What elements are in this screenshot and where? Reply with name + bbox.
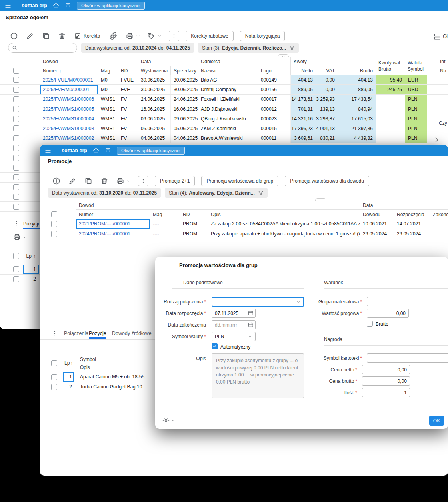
row-checkbox[interactable]: [13, 126, 19, 131]
doc-number-link[interactable]: 2025/FV/WMS1/000005: [43, 106, 94, 112]
duplicate-icon[interactable]: [42, 32, 50, 40]
table-row[interactable]: 2025/FVE/M0/000001 M0 FVE 30.06.2025 30.…: [0, 85, 448, 94]
search-input[interactable]: [20, 45, 73, 51]
cell-numer[interactable]: 2025/FV/WMS1/000006: [40, 95, 98, 104]
home-icon[interactable]: [93, 147, 99, 154]
column-header-opis[interactable]: Opis: [208, 210, 360, 219]
doc-number-link[interactable]: 2025/FV/WMS1/000002: [43, 135, 94, 141]
row-checkbox[interactable]: [51, 221, 57, 227]
duplicate-icon[interactable]: [84, 177, 92, 185]
row-checkbox[interactable]: [51, 374, 57, 380]
cell-numer[interactable]: 2025/FV/WMS1/000003: [40, 124, 98, 133]
column-header-waluta[interactable]: Waluta Symbol: [405, 57, 427, 75]
more-actions-button[interactable]: [169, 31, 179, 41]
brutto-checkbox[interactable]: [367, 321, 373, 327]
column-header-wystawienia[interactable]: Wystawienia: [138, 66, 171, 75]
row-checkbox[interactable]: [51, 231, 57, 237]
opis-box[interactable]: Przy zakupie asortymentu z grupy ... o w…: [212, 353, 304, 398]
promo-2plus1-button[interactable]: Promocja 2+1: [155, 176, 195, 186]
date-filter-chip[interactable]: Data wystawienia od: 28.10.2024 do: 04.1…: [81, 43, 194, 53]
cell-numer[interactable]: 2024/PROM/----/000001: [76, 229, 150, 239]
row-checkbox[interactable]: [13, 204, 19, 210]
column-header-lp[interactable]: Lp↑: [63, 354, 74, 372]
column-header-rozpoczecia[interactable]: Rozpoczęcia: [394, 210, 430, 219]
doc-number-link[interactable]: 2025/FV/WMS1/000003: [43, 126, 94, 131]
search-box[interactable]: [8, 43, 77, 53]
table-row[interactable]: 2024/PROM/----/000001 ---- PROM Przy zak…: [40, 229, 448, 239]
korekta-button[interactable]: Korekta: [74, 32, 100, 40]
column-header-lp[interactable]: Lp↑: [23, 247, 39, 265]
cell-lp[interactable]: 2: [63, 382, 74, 392]
cell-lp-selected[interactable]: 1: [63, 372, 74, 382]
home-icon[interactable]: [53, 2, 59, 9]
correction-note-button[interactable]: Nota korygująca: [240, 31, 285, 41]
open-classic-button[interactable]: Otwórz w aplikacji klasycznej: [117, 147, 185, 155]
doc-number-link[interactable]: 2021/PROM/----/000001: [79, 221, 130, 227]
row-checkbox[interactable]: [13, 106, 19, 112]
doc-number-link[interactable]: 2025/FV/WMS1/000004: [43, 116, 94, 122]
tab-dowody-zrodlowe[interactable]: Dowody źródłowe: [112, 328, 152, 339]
main-panel-button[interactable]: Gł: [434, 33, 448, 40]
cell-lp-selected[interactable]: 1: [23, 265, 39, 274]
kebab-icon[interactable]: [14, 221, 19, 226]
row-checkbox[interactable]: [13, 135, 19, 141]
automatyczny-checkbox[interactable]: [212, 343, 218, 349]
print-icon[interactable]: [126, 32, 134, 40]
table-row[interactable]: 2025/FV/WMS1/000003 WMS1 FV 05.06.2025 0…: [0, 124, 448, 133]
cell-numer-selected[interactable]: 2025/FVE/M0/000001: [40, 85, 98, 94]
add-icon[interactable]: [52, 177, 60, 185]
ok-button[interactable]: OK: [429, 416, 444, 426]
cell-numer-selected[interactable]: 2021/PROM/----/000001: [76, 219, 150, 229]
row-checkbox[interactable]: [13, 77, 19, 83]
apps-icon[interactable]: [65, 2, 71, 9]
print-icon[interactable]: [13, 233, 21, 241]
column-header-rd[interactable]: RD: [180, 210, 208, 219]
delete-icon[interactable]: [100, 177, 108, 185]
row-checkbox[interactable]: [13, 155, 19, 161]
column-header-na[interactable]: Na: [438, 66, 448, 75]
select-all-checkbox[interactable]: [13, 253, 19, 259]
row-checkbox[interactable]: [13, 194, 19, 200]
add-icon[interactable]: [10, 32, 18, 40]
row-checkbox[interactable]: [51, 384, 57, 390]
menu-icon[interactable]: [45, 147, 51, 154]
column-header-mag[interactable]: Mag: [98, 66, 118, 75]
grupa-materialowa-input[interactable]: [367, 297, 448, 306]
date-filter-chip[interactable]: Data wystawienia od: 31.10.2020 do: 07.1…: [48, 188, 161, 198]
wartosc-progowa-input[interactable]: [367, 309, 409, 318]
tab-pozycje[interactable]: Pozycje: [23, 219, 41, 229]
delete-icon[interactable]: [58, 32, 66, 40]
cena-brutto-input[interactable]: [362, 376, 410, 386]
column-header-nazwa[interactable]: Nazwa: [198, 66, 258, 75]
row-checkbox[interactable]: [13, 184, 19, 190]
ilosc-input[interactable]: [362, 388, 410, 397]
status-filter-chip[interactable]: Stan (4): Anulowany, Edycja, Dzienn...: [165, 188, 268, 198]
row-checkbox[interactable]: [13, 116, 19, 122]
edit-icon[interactable]: [68, 177, 76, 185]
calendar-icon[interactable]: [248, 310, 254, 316]
tab-polaczenia[interactable]: Połączenia: [64, 328, 88, 339]
column-header-dowodu[interactable]: Dowodu: [360, 210, 394, 219]
row-checkbox[interactable]: [13, 165, 19, 171]
edit-icon[interactable]: [26, 32, 34, 40]
print-chevron-icon[interactable]: [136, 34, 140, 38]
open-classic-button[interactable]: Otwórz w aplikacji klasycznej: [77, 2, 145, 10]
rodzaj-polaczenia-combo[interactable]: [212, 297, 304, 307]
promo-doc-value-button[interactable]: Promocja wartościowa dla dowodu: [285, 176, 369, 186]
cell-numer[interactable]: 2025/FV/WMS1/000005: [40, 104, 98, 114]
status-filter-chip[interactable]: Stan (3): Edycja, Dziennik, Rozliczo...: [198, 43, 299, 53]
print-chevron-icon[interactable]: [127, 179, 131, 183]
column-header-logo[interactable]: Logo: [258, 66, 291, 75]
calendar-icon[interactable]: [248, 322, 254, 327]
doc-number-link[interactable]: 2025/FV/WMS1/000006: [43, 96, 94, 102]
column-header-sprzedazy[interactable]: Sprzedaży: [171, 66, 198, 75]
rebate-corrections-button[interactable]: Korekty rabatowe: [186, 31, 233, 41]
row-checkbox[interactable]: [13, 96, 19, 102]
doc-number-link[interactable]: 2025/FVUE/M0/000001: [43, 77, 93, 83]
print-icon[interactable]: [116, 177, 124, 185]
print-chevron-icon[interactable]: [22, 235, 26, 239]
menu-icon[interactable]: [5, 2, 11, 9]
row-checkbox[interactable]: [13, 145, 19, 151]
attachment-icon[interactable]: [110, 32, 118, 40]
table-row[interactable]: 2021/PROM/----/000001 ---- PROM Za zakup…: [40, 219, 448, 229]
